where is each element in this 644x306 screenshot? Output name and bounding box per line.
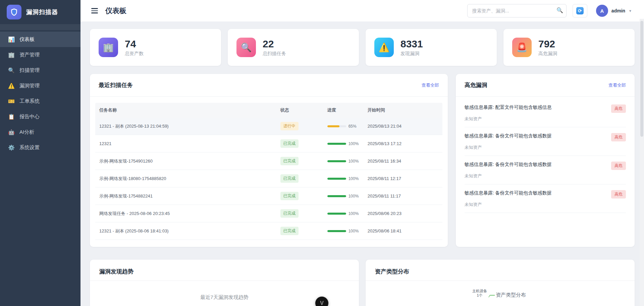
tasks-table-header: 任务名称 状态 进度 开始时间 [95,103,442,118]
table-row[interactable]: 示例-网络发现-1754901260 已完成 100% 2025/08/11 1… [95,152,442,170]
task-start-time: 2025/08/06 20:23 [364,207,442,220]
task-start-time: 2025/08/06 18:41 [364,224,442,238]
search-icon[interactable]: 🔍 [556,7,563,13]
user-menu[interactable]: A admin ▼ [596,5,632,17]
app-root: 漏洞扫描器 📊 仪表板 🏢 资产管理 🔍 扫描管理 [0,0,644,306]
task-progress: 100% [323,207,364,220]
col-status: 状态 [276,103,323,118]
task-name: 示例-网络发现-1754901260 [95,154,276,169]
status-badge: 进行中 [280,122,299,130]
recent-tasks-title: 最近扫描任务 [99,81,133,89]
vuln-asset: 未知资产 [465,173,626,179]
col-task-name: 任务名称 [95,103,276,118]
search-box: 🔍 [467,4,567,17]
stat-label: 高危漏洞 [538,51,557,57]
chevron-down-icon: ▼ [629,9,632,13]
sidebar-item-系统设置[interactable]: ⚙️ 系统设置 [0,140,80,155]
status-badge: 已完成 [280,174,299,183]
stat-card: 🔍 22 总扫描任务 [228,29,359,66]
task-progress: 100% [323,172,364,185]
stats-row: 🏢 74 总资产数 🔍 22 总扫描任务 [90,29,635,66]
list-item[interactable]: 敏感信息暴露: 备份文件可能包含敏感数据 高危 未知资产 [465,156,626,184]
table-row[interactable]: 12321 - 副本 (2025-08-13 21:04:59) 进行中 65%… [95,118,442,135]
sidebar-item-label: 扫描管理 [19,67,40,74]
sidebar-item-label: AI分析 [19,129,34,135]
high-risk-panel: 高危漏洞 查看全部 敏感信息暴露: 配置文件可能包含敏感信息 高危 未知资产 [456,74,635,247]
tasks-view-all-link[interactable]: 查看全部 [422,82,439,88]
severity-badge: 高危 [611,133,626,141]
sidebar-item-资产管理[interactable]: 🏢 资产管理 [0,47,80,62]
list-item[interactable]: 敏感信息暴露: 备份文件可能包含敏感数据 高危 未知资产 [465,184,626,213]
vuln-asset: 未知资产 [465,116,626,122]
menu-toggle-icon[interactable] [91,8,98,13]
task-name: 12321 [95,137,276,150]
sidebar-item-label: 仪表板 [19,36,35,43]
table-row[interactable]: 示例-网络发现-1754882241 已完成 100% 2025/08/11 1… [95,187,442,205]
status-badge: 已完成 [280,157,299,165]
page-title: 仪表板 [105,6,126,15]
stat-label: 总扫描任务 [263,51,286,57]
progress-percent: 100% [348,159,359,164]
asset-distribution-card: 资产类型分布 主机设备 1个 资产类型分布 [366,260,635,306]
avatar: A [596,5,608,17]
sidebar-item-报告中心[interactable]: 📋 报告中心 [0,109,80,124]
table-row[interactable]: 12321 - 副本 (2025-08-06 18:41:03) 已完成 100… [95,222,442,240]
scrollbar-track [640,19,644,306]
task-start-time: 2025/08/11 11:17 [364,189,442,203]
trend-chart-title: 漏洞发现趋势 [99,268,133,275]
warning-icon: ⚠️ [374,38,394,57]
stat-value: 792 [538,38,557,49]
sidebar-menu: 📊 仪表板 🏢 资产管理 🔍 扫描管理 ⚠️ 漏洞管理 [0,32,80,155]
sidebar-item-AI分析[interactable]: 🤖 AI分析 [0,124,80,140]
pie-slice-label: 主机设备 1个 [472,289,487,298]
stat-card: 🚨 792 高危漏洞 [503,29,635,66]
building-icon: 🏢 [99,38,118,57]
task-progress: 100% [323,137,364,150]
pie-center-title: 资产类型分布 [496,292,526,298]
vuln-title: 敏感信息暴露: 备份文件可能包含敏感数据 [465,133,552,139]
sidebar: 漏洞扫描器 📊 仪表板 🏢 资产管理 🔍 扫描管理 [0,0,80,306]
vulns-view-all-link[interactable]: 查看全部 [608,82,626,88]
vuln-asset: 未知资产 [465,202,626,208]
status-badge: 已完成 [280,192,299,200]
sidebar-item-扫描管理[interactable]: 🔍 扫描管理 [0,62,80,78]
gear-icon: ⚙️ [8,144,15,151]
sidebar-item-仪表板[interactable]: 📊 仪表板 [0,32,80,47]
magnifier-icon: 🔍 [236,38,256,57]
high-risk-title: 高危漏洞 [465,81,487,89]
table-row[interactable]: 示例-网络发现-18080-1754885820 已完成 100% 2025/0… [95,170,442,187]
progress-percent: 65% [348,124,357,129]
table-row[interactable]: 网络发现任务 - 2025-08-06 20:23:45 已完成 100% 20… [95,205,442,222]
severity-badge: 高危 [611,190,626,199]
sidebar-divider [0,24,80,30]
table-row[interactable]: 12321 已完成 100% 2025/08/13 17:12 [95,135,442,152]
ticket-icon: 🎫 [8,98,15,104]
asset-chart-title: 资产类型分布 [375,268,409,275]
task-start-time: 2025/08/13 21:04 [364,119,442,133]
list-item[interactable]: 敏感信息暴露: 配置文件可能包含敏感信息 高危 未知资产 [465,99,626,127]
search-input[interactable] [467,4,567,17]
col-start-time: 开始时间 [364,103,442,118]
list-item[interactable]: 敏感信息暴露: 备份文件可能包含敏感数据 高危 未知资产 [465,127,626,156]
app-logo: 漏洞扫描器 [0,0,80,24]
panels-row: 最近扫描任务 查看全部 任务名称 状态 进度 开始时间 12321 - 副本 ( [90,74,635,247]
vuln-title: 敏感信息暴露: 备份文件可能包含敏感数据 [465,190,552,196]
sidebar-item-工单系统[interactable]: 🎫 工单系统 [0,93,80,109]
task-progress: 100% [323,189,364,203]
clipboard-icon: 📋 [8,114,15,120]
sidebar-item-label: 漏洞管理 [19,83,40,89]
task-progress: 100% [323,224,364,238]
main-area: 仪表板 🔍 ⟳ A admin ▼ 🏢 [80,0,644,306]
status-badge: 已完成 [280,139,299,148]
refresh-button[interactable]: ⟳ [573,4,587,17]
vuln-list: 敏感信息暴露: 配置文件可能包含敏感信息 高危 未知资产 敏感信息暴露: 备份文… [456,97,635,213]
task-name: 示例-网络发现-18080-1754885820 [95,171,276,186]
app-title: 漏洞扫描器 [26,8,58,16]
task-name: 示例-网络发现-1754882241 [95,189,276,204]
shield-logo-icon [7,5,21,19]
scrollbar-thumb[interactable] [640,21,643,137]
task-progress: 65% [323,120,364,133]
severity-badge: 高危 [611,104,626,113]
asset-chart-area: 主机设备 1个 资产类型分布 [366,281,635,306]
sidebar-item-漏洞管理[interactable]: ⚠️ 漏洞管理 [0,78,80,93]
